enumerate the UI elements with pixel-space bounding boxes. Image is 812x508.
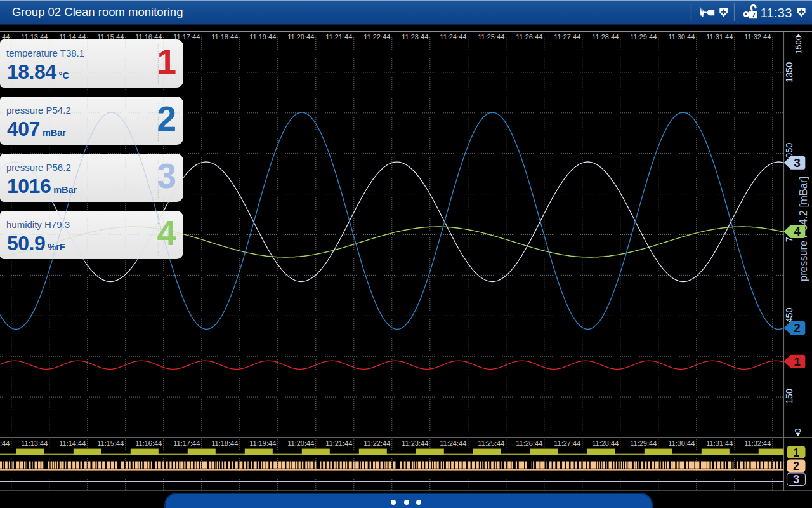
svg-text:0: 0 xyxy=(793,428,802,432)
svg-text:11:18:44: 11:18:44 xyxy=(211,33,238,41)
svg-text:11:31:44: 11:31:44 xyxy=(706,439,733,447)
svg-text:11:29:44: 11:29:44 xyxy=(630,439,657,447)
svg-text:11:18:44: 11:18:44 xyxy=(211,439,238,447)
svg-text:11:28:44: 11:28:44 xyxy=(592,33,619,41)
svg-text:11:23:44: 11:23:44 xyxy=(402,439,428,447)
svg-text:11:23:44: 11:23:44 xyxy=(402,33,428,41)
svg-text:11:12:44: 11:12:44 xyxy=(0,439,10,447)
svg-text:2: 2 xyxy=(793,460,799,472)
svg-text:11:20:44: 11:20:44 xyxy=(287,439,314,447)
svg-text:1500: 1500 xyxy=(794,36,803,54)
svg-text:11:25:44: 11:25:44 xyxy=(478,439,504,447)
svg-text:11:20:44: 11:20:44 xyxy=(287,33,314,41)
svg-text:11:21:44: 11:21:44 xyxy=(325,33,352,41)
svg-text:11:31:44: 11:31:44 xyxy=(706,33,733,41)
svg-text:1: 1 xyxy=(793,446,799,459)
svg-text:11:14:44: 11:14:44 xyxy=(59,439,86,447)
svg-text:11:17:44: 11:17:44 xyxy=(173,439,200,447)
svg-text:11:22:44: 11:22:44 xyxy=(363,439,390,447)
svg-text:11:13:44: 11:13:44 xyxy=(21,439,48,447)
svg-text:11:33: 11:33 xyxy=(761,5,792,20)
svg-text:1: 1 xyxy=(794,355,801,368)
svg-text:4: 4 xyxy=(794,225,801,238)
svg-text:2: 2 xyxy=(794,321,801,335)
svg-text:150: 150 xyxy=(785,389,795,404)
svg-text:11:16:44: 11:16:44 xyxy=(135,439,162,447)
svg-text:11:30:44: 11:30:44 xyxy=(668,33,695,41)
svg-text:11:25:44: 11:25:44 xyxy=(478,33,504,41)
svg-text:11:27:44: 11:27:44 xyxy=(554,439,580,447)
svg-text:11:28:44: 11:28:44 xyxy=(592,439,619,447)
svg-text:11:19:44: 11:19:44 xyxy=(249,33,276,41)
svg-text:050: 050 xyxy=(785,143,795,158)
svg-text:11:21:44: 11:21:44 xyxy=(325,439,352,447)
svg-text:11:32:44: 11:32:44 xyxy=(744,439,771,447)
svg-text:11:19:44: 11:19:44 xyxy=(249,439,276,447)
svg-text:450: 450 xyxy=(785,307,795,323)
svg-text:11:24:44: 11:24:44 xyxy=(440,439,466,447)
svg-text:11:22:44: 11:22:44 xyxy=(363,33,390,41)
svg-text:11:27:44: 11:27:44 xyxy=(554,33,580,41)
svg-text:11:26:44: 11:26:44 xyxy=(516,33,542,41)
svg-text:11:29:44: 11:29:44 xyxy=(630,33,657,41)
svg-text:1350: 1350 xyxy=(785,62,795,83)
svg-text:11:32:44: 11:32:44 xyxy=(744,33,771,41)
svg-text:11:24:44: 11:24:44 xyxy=(440,33,466,41)
svg-text:11:30:44: 11:30:44 xyxy=(668,439,695,447)
svg-text:3: 3 xyxy=(794,156,801,170)
svg-text:3: 3 xyxy=(793,473,799,486)
svg-text:11:15:44: 11:15:44 xyxy=(97,439,124,447)
svg-text:11:26:44: 11:26:44 xyxy=(516,439,542,447)
